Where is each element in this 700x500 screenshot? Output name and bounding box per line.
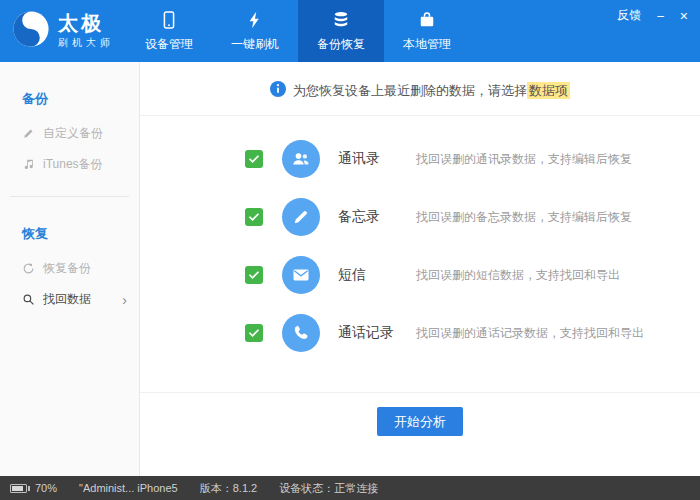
row-label: 短信 <box>338 266 416 284</box>
row-desc: 找回误删的短信数据，支持找回和导出 <box>416 267 620 284</box>
row-desc: 找回误删的通讯录数据，支持编辑后恢复 <box>416 151 632 168</box>
device-name: "Administ... iPhone5 <box>79 482 178 494</box>
row-desc: 找回误删的通话记录数据，支持找回和导出 <box>416 325 644 342</box>
itunes-icon <box>22 158 35 171</box>
version-text: 版本：8.1.2 <box>200 481 257 496</box>
notes-checkbox[interactable] <box>245 208 263 226</box>
call-log-icon <box>282 314 320 352</box>
minimize-button[interactable]: – <box>657 9 664 23</box>
window-controls: 反馈 – × <box>617 7 688 24</box>
tab-local-manage[interactable]: 本地管理 <box>384 0 470 62</box>
taiji-logo-icon <box>12 10 50 52</box>
local-manage-icon <box>417 9 437 31</box>
restore-backup-icon <box>22 262 35 275</box>
battery-icon <box>10 484 30 493</box>
call-log-checkbox[interactable] <box>245 324 263 342</box>
battery-status: 70% <box>10 482 57 494</box>
row-call-log[interactable]: 通话记录 找回误删的通话记录数据，支持找回和导出 <box>140 304 700 362</box>
sidebar-item-label: 恢复备份 <box>43 260 91 277</box>
sidebar-item-label: iTunes备份 <box>43 156 103 173</box>
backup-restore-icon <box>331 9 351 31</box>
info-icon <box>270 81 286 100</box>
row-label: 备忘录 <box>338 208 416 226</box>
status-bar: 70% "Administ... iPhone5 版本：8.1.2 设备状态：正… <box>0 476 700 500</box>
app-subtitle: 刷机大师 <box>58 36 114 50</box>
main-nav: 设备管理 一键刷机 备份恢复 本地管理 <box>126 0 470 62</box>
custom-backup-icon <box>22 127 35 140</box>
row-label: 通讯录 <box>338 150 416 168</box>
sms-icon <box>282 256 320 294</box>
sidebar: 备份 自定义备份 iTunes备份 恢复 恢复备份 找回数据 › <box>0 62 140 476</box>
notice-bar: 为您恢复设备上最近删除的数据，请选择数据项 <box>140 62 700 116</box>
tab-backup-restore[interactable]: 备份恢复 <box>298 0 384 62</box>
app-title: 太极 <box>58 12 114 34</box>
start-analyze-button[interactable]: 开始分析 <box>377 407 463 436</box>
contacts-checkbox[interactable] <box>245 150 263 168</box>
sidebar-item-label: 自定义备份 <box>43 125 103 142</box>
tab-label: 本地管理 <box>403 36 451 53</box>
tab-device-manage[interactable]: 设备管理 <box>126 0 212 62</box>
chevron-right-icon: › <box>122 294 127 306</box>
sidebar-divider <box>10 196 129 197</box>
feedback-link[interactable]: 反馈 <box>617 7 641 24</box>
contacts-icon <box>282 140 320 178</box>
row-contacts[interactable]: 通讯录 找回误删的通讯录数据，支持编辑后恢复 <box>140 130 700 188</box>
one-key-flash-icon <box>245 9 265 31</box>
sidebar-item-restore-backup[interactable]: 恢复备份 <box>0 253 139 284</box>
data-type-list: 通讯录 找回误删的通讯录数据，支持编辑后恢复 备忘录 找回误删的备忘录数据，支持… <box>140 116 700 362</box>
tab-label: 设备管理 <box>145 36 193 53</box>
device-status-text: 设备状态：正常连接 <box>279 481 378 496</box>
sms-checkbox[interactable] <box>245 266 263 284</box>
sidebar-section-backup: 备份 <box>22 90 139 108</box>
sidebar-item-itunes-backup[interactable]: iTunes备份 <box>0 149 139 180</box>
notice-text: 为您恢复设备上最近删除的数据，请选择数据项 <box>293 82 570 100</box>
find-data-icon <box>22 293 35 306</box>
device-manage-icon <box>159 9 179 31</box>
row-desc: 找回误删的备忘录数据，支持编辑后恢复 <box>416 209 632 226</box>
main-content: 为您恢复设备上最近删除的数据，请选择数据项 通讯录 找回误删的通讯录数据，支持编… <box>140 62 700 476</box>
title-bar: 太极 刷机大师 设备管理 一键刷机 备份恢复 <box>0 0 700 62</box>
tab-label: 备份恢复 <box>317 36 365 53</box>
sidebar-item-find-data[interactable]: 找回数据 › <box>0 284 139 315</box>
row-label: 通话记录 <box>338 324 416 342</box>
notes-icon <box>282 198 320 236</box>
sidebar-section-restore: 恢复 <box>22 225 139 243</box>
notice-highlight: 数据项 <box>527 82 570 99</box>
tab-label: 一键刷机 <box>231 36 279 53</box>
close-button[interactable]: × <box>680 8 688 24</box>
sidebar-item-custom-backup[interactable]: 自定义备份 <box>0 118 139 149</box>
analyze-footer: 开始分析 <box>140 392 700 476</box>
battery-percent: 70% <box>35 482 57 494</box>
row-sms[interactable]: 短信 找回误删的短信数据，支持找回和导出 <box>140 246 700 304</box>
app-brand: 太极 刷机大师 <box>0 0 126 62</box>
row-notes[interactable]: 备忘录 找回误删的备忘录数据，支持编辑后恢复 <box>140 188 700 246</box>
tab-one-key-flash[interactable]: 一键刷机 <box>212 0 298 62</box>
sidebar-item-label: 找回数据 <box>43 291 91 308</box>
